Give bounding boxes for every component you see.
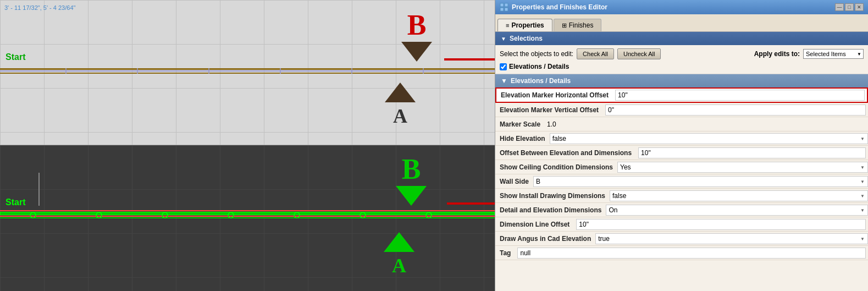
arrow-down-top [401,42,432,62]
prop-row-7: Show Install Drawing Dimensions false tr… [495,189,868,203]
prop-select-input-6[interactable]: A B [533,176,868,187]
apply-edits-label: Apply edits to: [754,50,800,58]
finishes-tab-icon: ⊞ [562,22,567,29]
control-points [0,209,495,221]
prop-select-8: On Off [606,205,868,216]
window-controls: — □ ✕ [835,3,864,11]
prop-row-4: Offset Between Elevation and Dimensions [495,146,868,160]
drawing-bottom: Start B A [0,145,495,291]
selections-right: Apply edits to: Selected Items All Items [754,49,864,59]
prop-label-8: Detail and Elevation Dimensions [495,205,606,216]
prop-value-1 [603,103,868,117]
prop-label-1: Elevation Marker Vertical Offset [495,105,603,116]
prop-row-3: Hide Elevation false true [495,131,868,146]
minimize-button[interactable]: — [835,3,844,11]
prop-label-3: Hide Elevation [495,133,550,144]
panel-title: Properties and Finishes Editor [512,3,607,11]
selections-section-label: Selections [510,35,543,42]
wall-line-1 [0,68,495,70]
prop-row-1: Elevation Marker Vertical Offset [495,103,868,117]
restore-button[interactable]: □ [845,3,854,11]
prop-label-7: Show Install Drawing Dimensions [495,190,610,201]
selections-left: Select the objects to edit: Check All Un… [500,48,661,59]
svg-point-9 [228,212,234,218]
selections-chevron: ▼ [501,36,506,42]
svg-rect-13 [500,3,504,7]
prop-input-9[interactable] [576,219,866,230]
apply-edits-select[interactable]: Selected Items All Items [803,49,864,59]
a-letter-top: A [385,105,416,128]
elevations-checkbox-row: Elevations / Details [500,63,864,70]
prop-input-1[interactable] [605,105,866,116]
prop-select-5: Yes No [617,162,868,173]
check-all-button[interactable]: Check All [577,48,614,59]
prop-row-2: Marker Scale 1.0 [495,117,868,131]
red-arrow-top [444,54,495,65]
elevations-checkbox-label: Elevations / Details [509,63,569,70]
properties-grid: Elevation Marker Horizontal Offset Eleva… [495,87,868,291]
prop-select-input-5[interactable]: Yes No [617,162,868,173]
prop-row-8: Detail and Elevation Dimensions On Off [495,203,868,217]
prop-select-7: false true [610,190,868,201]
uncheck-all-button[interactable]: Uncheck All [617,48,661,59]
tab-finishes-label: Finishes [569,21,594,29]
elevations-checkbox[interactable] [500,63,507,70]
prop-row-6: Wall Side A B [495,174,868,189]
vertical-line [38,173,40,206]
prop-row-9: Dimension Line Offset [495,217,868,232]
tab-finishes[interactable]: ⊞ Finishes [554,19,602,31]
prop-label-11: Tag [495,248,515,259]
prop-select-10: true false [595,233,868,244]
prop-row-5: Show Ceiling Condition Dimensions Yes No [495,160,868,174]
start-label-top: Start [5,52,25,62]
select-objects-label: Select the objects to edit: [500,50,573,58]
panel-titlebar: Properties and Finishes Editor — □ ✕ [495,0,868,14]
prop-value-9 [574,218,868,231]
close-button[interactable]: ✕ [855,3,864,11]
prop-value-0 [613,89,867,102]
prop-select-input-3[interactable]: false true [550,133,868,144]
prop-label-4: Offset Between Elevation and Dimensions [495,147,636,158]
title-left: Properties and Finishes Editor [500,3,607,12]
elevations-chevron: ▼ [501,77,507,85]
tab-properties-label: Properties [511,21,544,29]
drawing-top: 3' - 11 17/32", 5' - 4 23/64" Start B A [0,0,495,145]
prop-value-2: 1.0 [545,119,868,129]
arrow-up-top [385,83,416,102]
prop-select-input-8[interactable]: On Off [606,205,868,216]
svg-point-6 [30,212,36,218]
panel-icon [500,3,508,12]
svg-rect-14 [505,3,508,7]
svg-point-8 [162,212,168,218]
prop-value-4 [636,146,868,160]
prop-label-10: Draw Angus in Cad Elevation [495,233,595,244]
b-letter-top: B [401,11,432,40]
svg-rect-16 [505,8,508,11]
prop-input-4[interactable] [638,147,866,158]
prop-select-3: false true [550,133,868,144]
selections-section-header: ▼ Selections [495,32,868,45]
svg-rect-15 [500,8,504,11]
wall-line-3 [0,73,495,74]
elevations-section-label: Elevations / Details [511,77,571,85]
prop-label-0: Elevation Marker Horizontal Offset [496,90,613,101]
prop-input-0[interactable] [615,90,865,101]
prop-input-11[interactable] [517,248,866,259]
apply-edits-wrapper: Selected Items All Items [803,49,864,59]
arrow-a-bottom: A [384,232,414,277]
arrow-a-top: A [385,83,416,128]
svg-point-7 [96,212,102,218]
prop-label-2: Marker Scale [495,119,545,130]
prop-select-input-7[interactable]: false true [610,190,868,201]
prop-row-10: Draw Angus in Cad Elevation true false [495,232,868,246]
prop-row-0: Elevation Marker Horizontal Offset [495,87,868,103]
prop-label-5: Show Ceiling Condition Dimensions [495,162,617,173]
selections-content: Select the objects to edit: Check All Un… [495,45,868,74]
coord-label: 3' - 11 17/32", 5' - 4 23/64" [4,4,75,11]
prop-value-11 [515,246,868,260]
prop-select-6: A B [533,176,868,187]
prop-label-6: Wall Side [495,176,533,187]
tab-properties[interactable]: ≡ Properties [497,19,552,31]
drawing-area: 3' - 11 17/32", 5' - 4 23/64" Start B A [0,0,495,291]
prop-select-input-10[interactable]: true false [595,233,868,244]
